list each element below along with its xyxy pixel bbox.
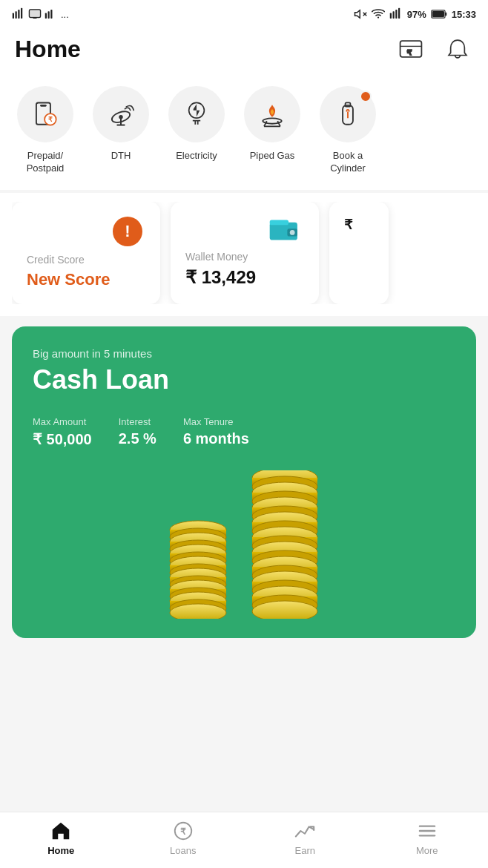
loan-details: Max Amount ₹ 50,000 Interest 2.5 % Max T… bbox=[33, 416, 455, 448]
bottom-nav: Home ₹ Loans Earn More bbox=[0, 812, 488, 868]
service-piped-gas[interactable]: Piped Gas bbox=[239, 86, 306, 175]
loan-interest-value: 2.5 % bbox=[119, 430, 156, 447]
nav-earn[interactable]: Earn bbox=[275, 820, 334, 856]
header: Home ₹ bbox=[0, 25, 488, 79]
piped-gas-label: Piped Gas bbox=[250, 150, 295, 162]
svg-rect-0 bbox=[13, 13, 14, 19]
svg-rect-7 bbox=[48, 11, 50, 19]
svg-point-95 bbox=[252, 601, 317, 619]
loan-tenure: Max Tenure 6 months bbox=[183, 416, 249, 448]
header-icons: ₹ bbox=[395, 33, 473, 65]
svg-rect-12 bbox=[389, 13, 391, 19]
clock: 15:33 bbox=[452, 9, 476, 20]
dth-icon-circle bbox=[93, 86, 149, 142]
svg-rect-3 bbox=[21, 8, 22, 19]
nav-home[interactable]: Home bbox=[31, 820, 90, 856]
svg-rect-13 bbox=[392, 11, 394, 19]
loan-tenure-value: 6 months bbox=[183, 430, 249, 447]
svg-rect-2 bbox=[18, 10, 19, 19]
coin-stacks-area bbox=[33, 470, 455, 619]
coin-stack-right bbox=[245, 470, 327, 619]
service-electricity[interactable]: Electricity bbox=[163, 86, 230, 175]
battery-level: 97% bbox=[407, 9, 426, 20]
prepaid-postpaid-label: Prepaid/Postpaid bbox=[27, 150, 65, 175]
loans-icon: ₹ bbox=[172, 820, 194, 842]
cards-section: ! Credit Score New Score Wallet Money ₹ … bbox=[0, 193, 488, 316]
svg-rect-99 bbox=[419, 830, 436, 832]
credit-score-value: New Score bbox=[27, 270, 142, 289]
services-row: ₹ Prepaid/Postpaid DTH bbox=[12, 86, 476, 175]
loan-max-amount: Max Amount ₹ 50,000 bbox=[33, 416, 92, 448]
svg-rect-17 bbox=[445, 13, 446, 16]
status-left: ... bbox=[12, 7, 69, 21]
prepaid-icon-circle: ₹ bbox=[17, 86, 73, 142]
loan-interest: Interest 2.5 % bbox=[119, 416, 156, 448]
svg-text:₹: ₹ bbox=[180, 826, 186, 837]
svg-rect-5 bbox=[30, 11, 39, 17]
svg-rect-98 bbox=[419, 826, 436, 827]
credit-score-card[interactable]: ! Credit Score New Score bbox=[12, 202, 160, 304]
svg-point-44 bbox=[290, 230, 295, 235]
status-bar: ... 97% 15:33 bbox=[0, 0, 488, 25]
nav-more[interactable]: More bbox=[398, 820, 457, 856]
svg-rect-6 bbox=[45, 13, 47, 19]
loan-max-amount-value: ₹ 50,000 bbox=[33, 430, 92, 448]
page-title: Home bbox=[15, 36, 81, 63]
home-nav-label: Home bbox=[47, 845, 74, 856]
electricity-label: Electricity bbox=[176, 150, 217, 162]
wallet-money-value: ₹ 13,429 bbox=[185, 267, 301, 288]
partial-card: ₹ bbox=[329, 202, 389, 304]
wallet-icon bbox=[268, 217, 301, 243]
cylinder-label: Book aCylinder bbox=[330, 150, 366, 175]
cylinder-icon-circle bbox=[320, 86, 376, 142]
credit-score-label: Credit Score bbox=[27, 254, 142, 266]
cards-row: ! Credit Score New Score Wallet Money ₹ … bbox=[12, 202, 476, 304]
earn-icon bbox=[294, 820, 316, 842]
wallet-money-card[interactable]: Wallet Money ₹ 13,429 bbox=[171, 202, 319, 304]
svg-rect-1 bbox=[16, 11, 17, 19]
svg-rect-8 bbox=[50, 10, 52, 19]
more-icon bbox=[416, 820, 438, 842]
electricity-icon-circle bbox=[168, 86, 225, 142]
notification-button[interactable] bbox=[442, 33, 473, 65]
loan-title: Cash Loan bbox=[33, 364, 455, 395]
loan-subtitle: Big amount in 5 minutes bbox=[33, 347, 455, 360]
svg-rect-15 bbox=[398, 8, 400, 19]
svg-rect-23 bbox=[40, 105, 47, 107]
svg-text:₹: ₹ bbox=[48, 116, 53, 123]
loans-nav-label: Loans bbox=[170, 845, 196, 856]
coin-stack-left bbox=[161, 500, 235, 619]
alert-icon: ! bbox=[113, 217, 142, 246]
svg-text:₹: ₹ bbox=[407, 49, 412, 56]
svg-rect-14 bbox=[395, 10, 397, 19]
ticket-button[interactable]: ₹ bbox=[395, 33, 427, 65]
loan-tenure-label: Max Tenure bbox=[183, 416, 249, 427]
loan-interest-label: Interest bbox=[119, 416, 156, 427]
loan-max-amount-label: Max Amount bbox=[33, 416, 92, 427]
home-icon bbox=[50, 820, 72, 842]
svg-rect-100 bbox=[419, 835, 436, 836]
dth-label: DTH bbox=[111, 150, 131, 162]
credit-score-icon-row: ! bbox=[27, 217, 142, 246]
services-section: ₹ Prepaid/Postpaid DTH bbox=[0, 79, 488, 190]
wallet-money-label: Wallet Money bbox=[185, 251, 301, 263]
service-cylinder[interactable]: Book aCylinder bbox=[314, 86, 381, 175]
loan-banner[interactable]: Big amount in 5 minutes Cash Loan Max Am… bbox=[12, 326, 476, 638]
bottom-nav-spacer bbox=[0, 638, 488, 705]
wallet-icon-row bbox=[185, 217, 301, 243]
svg-rect-45 bbox=[270, 220, 288, 225]
svg-rect-18 bbox=[432, 11, 444, 17]
more-nav-label: More bbox=[416, 845, 438, 856]
svg-point-67 bbox=[170, 604, 226, 619]
piped-gas-icon-circle bbox=[244, 86, 300, 142]
nav-loans[interactable]: ₹ Loans bbox=[154, 820, 213, 856]
svg-point-29 bbox=[119, 115, 122, 119]
earn-nav-label: Earn bbox=[295, 845, 315, 856]
service-dth[interactable]: DTH bbox=[88, 86, 154, 175]
svg-point-11 bbox=[377, 16, 379, 18]
status-right: 97% 15:33 bbox=[354, 7, 476, 21]
service-prepaid-postpaid[interactable]: ₹ Prepaid/Postpaid bbox=[12, 86, 79, 175]
